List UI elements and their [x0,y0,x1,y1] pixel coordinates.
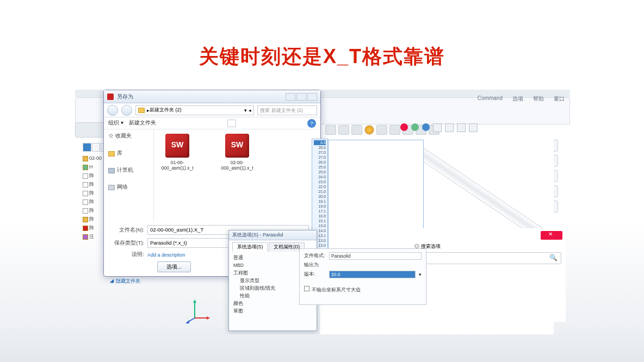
sidebar-computer[interactable]: 计算机 [108,165,149,176]
back-button[interactable] [107,105,118,116]
add-description-link[interactable]: Add a description [147,252,185,258]
network-icon [108,185,115,190]
ribbon-right-labels: Command选项帮助窗口 [478,95,565,103]
feat-icon [83,234,88,240]
minimize-button[interactable] [286,93,295,101]
tree-tab[interactable] [83,143,91,152]
view-btn[interactable] [445,123,454,132]
sidebar[interactable]: ☆ 收藏夹 库 计算机 网络 [104,129,154,222]
file-item[interactable]: 02-00-000_asm(1).x_t [218,134,256,171]
sidebar-network[interactable]: 网络 [108,182,149,192]
filename-label: 文件名(N): [109,227,147,234]
organize-menu[interactable]: 组织 ▾ [108,120,123,127]
state-dot [400,123,408,131]
toolbar-orb[interactable] [364,125,374,135]
address-bar[interactable]: ▸ 新建文件夹 (2)▾ ◂ [135,105,254,115]
view-btn[interactable] [457,123,466,132]
checkbox-icon[interactable] [83,199,88,205]
view-btn[interactable] [433,123,442,132]
checkbox-icon[interactable] [83,182,88,188]
sw-file-icon [165,134,189,158]
new-folder-button[interactable]: 新建文件夹 [129,120,156,127]
close-button[interactable] [541,231,562,240]
checkbox-icon[interactable] [83,173,88,179]
sw-file-icon [225,134,249,158]
view-buttons[interactable] [400,123,478,132]
tree-tab[interactable] [92,143,101,152]
format-label: 文件格式: [304,253,326,259]
filetype-label: 保存类型(T): [109,240,147,247]
toolbar-btn[interactable] [325,125,336,135]
options-title: 系统选项(S) - Parasolid [229,230,317,240]
checkbox-label: 不输出坐标系尺寸大值 [312,287,361,292]
dialog-titlebar[interactable]: 另存为 [104,90,320,103]
file-item[interactable]: 01-00-000_asm(1).x_t [158,134,196,171]
state-dot [422,123,430,131]
export-options-panel: 文件格式:Parasolid 输出为 版本:20.0▾ 不输出坐标系尺寸大值 [299,248,426,305]
maximize-button[interactable] [296,93,306,101]
file-list[interactable]: 01-00-000_asm(1).x_t 02-00-000_asm(1).x_… [154,129,320,222]
part-icon [83,165,88,170]
view-btn[interactable] [469,123,478,132]
dialog-toolbar: 组织 ▾ 新建文件夹 ? [104,117,320,129]
assembly-icon [83,156,88,161]
toolbar-btn[interactable] [338,125,349,135]
checkbox-icon[interactable] [83,191,88,196]
toolbar-btn[interactable] [389,125,400,135]
search-input[interactable]: 搜索 新建文件夹 (2) [257,105,317,115]
svg-marker-1 [193,299,196,303]
opt-item[interactable]: 草图 [233,307,312,315]
computer-icon [108,168,115,173]
output-section: 输出为 [304,262,422,269]
page-headline: 关键时刻还是X_T格式靠谱 [0,43,644,70]
sidebar-libraries[interactable]: 库 [108,148,149,159]
description-label: 说明: [109,251,147,258]
state-dot [411,123,419,131]
svg-marker-5 [185,320,189,323]
screenshot-scene: Command选项帮助窗口 02-00 H 阵 阵 阵 阵 阵 阵 阵 注 [75,90,570,334]
library-icon [108,151,115,157]
svg-marker-3 [207,316,210,320]
help-icon[interactable]: ? [307,119,316,128]
feat-icon [83,217,88,222]
app-icon [107,93,114,100]
dialog-nav: ▸ 新建文件夹 (2)▾ ◂ 搜索 新建文件夹 (2) [104,103,320,117]
checkbox-icon[interactable] [83,208,88,214]
version-select[interactable]: 20.0 [329,271,416,278]
version-label: 版本: [304,271,326,278]
dialog-title: 另存为 [117,93,133,101]
checkbox[interactable] [304,286,309,291]
toolbar-btn[interactable] [351,125,362,135]
format-select[interactable]: Parasolid [329,252,422,260]
feat-icon [83,226,88,231]
toolbar-btn[interactable] [376,125,387,135]
view-mode-button[interactable] [227,120,236,127]
tab-system[interactable]: 系统选项(S) [232,242,268,252]
axis-triad-icon [184,296,211,323]
close-button[interactable] [307,93,317,101]
forward-button[interactable] [121,105,132,116]
options-button[interactable]: 选项... [157,261,191,272]
folder-icon [138,108,145,113]
favorites-header[interactable]: ☆ 收藏夹 [108,133,149,140]
tree-root[interactable]: 02-00 [89,155,102,161]
